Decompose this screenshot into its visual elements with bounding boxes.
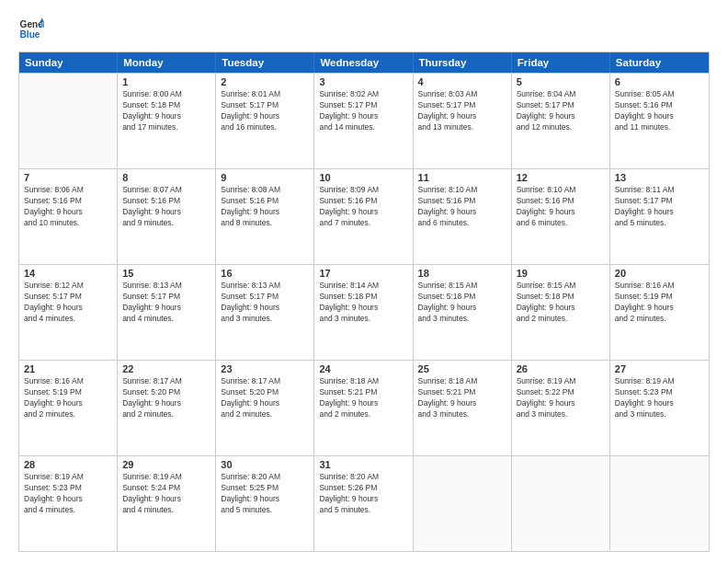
day-number: 22 <box>122 363 210 374</box>
page: General Blue SundayMondayTuesdayWednesda… <box>0 0 728 563</box>
day-info: Sunrise: 8:19 AM Sunset: 5:22 PM Dayligh… <box>517 376 605 420</box>
day-info: Sunrise: 8:17 AM Sunset: 5:20 PM Dayligh… <box>221 376 309 420</box>
calendar-cell <box>414 456 512 551</box>
day-number: 27 <box>615 363 704 374</box>
calendar-cell: 24Sunrise: 8:18 AM Sunset: 5:21 PM Dayli… <box>314 361 413 455</box>
calendar-cell: 7Sunrise: 8:06 AM Sunset: 5:16 PM Daylig… <box>19 169 118 264</box>
day-number: 23 <box>221 363 309 374</box>
day-number: 9 <box>221 172 309 183</box>
calendar-cell: 14Sunrise: 8:12 AM Sunset: 5:17 PM Dayli… <box>19 265 118 360</box>
day-info: Sunrise: 8:04 AM Sunset: 5:17 PM Dayligh… <box>517 89 605 133</box>
day-number: 28 <box>24 459 112 470</box>
calendar-cell <box>19 74 118 168</box>
day-info: Sunrise: 8:13 AM Sunset: 5:17 PM Dayligh… <box>122 281 210 325</box>
calendar-cell: 11Sunrise: 8:10 AM Sunset: 5:16 PM Dayli… <box>414 169 512 264</box>
calendar-cell: 10Sunrise: 8:09 AM Sunset: 5:16 PM Dayli… <box>314 169 413 264</box>
day-info: Sunrise: 8:18 AM Sunset: 5:21 PM Dayligh… <box>319 376 407 420</box>
day-number: 12 <box>517 172 605 183</box>
day-number: 25 <box>418 363 506 374</box>
day-info: Sunrise: 8:08 AM Sunset: 5:16 PM Dayligh… <box>221 185 309 229</box>
calendar-cell: 21Sunrise: 8:16 AM Sunset: 5:19 PM Dayli… <box>19 361 118 455</box>
logo: General Blue <box>18 17 44 42</box>
calendar-cell: 1Sunrise: 8:00 AM Sunset: 5:18 PM Daylig… <box>118 74 216 168</box>
header-day: Sunday <box>19 52 118 73</box>
calendar-cell: 23Sunrise: 8:17 AM Sunset: 5:20 PM Dayli… <box>216 361 314 455</box>
day-number: 31 <box>319 459 407 470</box>
day-number: 4 <box>418 76 506 87</box>
calendar-cell: 28Sunrise: 8:19 AM Sunset: 5:23 PM Dayli… <box>19 456 118 551</box>
day-info: Sunrise: 8:09 AM Sunset: 5:16 PM Dayligh… <box>319 185 407 229</box>
calendar-cell: 15Sunrise: 8:13 AM Sunset: 5:17 PM Dayli… <box>118 265 216 360</box>
calendar-cell: 29Sunrise: 8:19 AM Sunset: 5:24 PM Dayli… <box>118 456 216 551</box>
header-day: Tuesday <box>216 52 314 73</box>
day-info: Sunrise: 8:16 AM Sunset: 5:19 PM Dayligh… <box>615 281 704 325</box>
calendar-cell: 8Sunrise: 8:07 AM Sunset: 5:16 PM Daylig… <box>118 169 216 264</box>
day-info: Sunrise: 8:19 AM Sunset: 5:24 PM Dayligh… <box>122 472 210 516</box>
day-number: 16 <box>221 268 309 279</box>
day-info: Sunrise: 8:13 AM Sunset: 5:17 PM Dayligh… <box>221 281 309 325</box>
calendar-cell: 20Sunrise: 8:16 AM Sunset: 5:19 PM Dayli… <box>610 265 709 360</box>
day-number: 30 <box>221 459 309 470</box>
day-info: Sunrise: 8:20 AM Sunset: 5:26 PM Dayligh… <box>319 472 407 516</box>
day-info: Sunrise: 8:02 AM Sunset: 5:17 PM Dayligh… <box>319 89 407 133</box>
day-number: 5 <box>517 76 605 87</box>
calendar-cell: 27Sunrise: 8:19 AM Sunset: 5:23 PM Dayli… <box>610 361 709 455</box>
calendar-cell: 22Sunrise: 8:17 AM Sunset: 5:20 PM Dayli… <box>118 361 216 455</box>
day-info: Sunrise: 8:17 AM Sunset: 5:20 PM Dayligh… <box>122 376 210 420</box>
day-info: Sunrise: 8:15 AM Sunset: 5:18 PM Dayligh… <box>517 281 605 325</box>
calendar-cell: 26Sunrise: 8:19 AM Sunset: 5:22 PM Dayli… <box>512 361 610 455</box>
day-info: Sunrise: 8:15 AM Sunset: 5:18 PM Dayligh… <box>418 281 506 325</box>
day-number: 6 <box>615 76 704 87</box>
day-info: Sunrise: 8:18 AM Sunset: 5:21 PM Dayligh… <box>418 376 506 420</box>
day-number: 19 <box>517 268 605 279</box>
day-number: 20 <box>615 268 704 279</box>
day-number: 24 <box>319 363 407 374</box>
calendar-row: 14Sunrise: 8:12 AM Sunset: 5:17 PM Dayli… <box>19 264 709 360</box>
day-number: 2 <box>221 76 309 87</box>
calendar-cell: 31Sunrise: 8:20 AM Sunset: 5:26 PM Dayli… <box>314 456 413 551</box>
day-info: Sunrise: 8:05 AM Sunset: 5:16 PM Dayligh… <box>615 89 704 133</box>
day-number: 29 <box>122 459 210 470</box>
logo-icon: General Blue <box>18 17 44 42</box>
calendar-body: 1Sunrise: 8:00 AM Sunset: 5:18 PM Daylig… <box>19 73 709 551</box>
calendar-cell: 6Sunrise: 8:05 AM Sunset: 5:16 PM Daylig… <box>610 74 709 168</box>
day-number: 8 <box>122 172 210 183</box>
day-number: 13 <box>615 172 704 183</box>
calendar-cell <box>512 456 610 551</box>
day-number: 7 <box>24 172 112 183</box>
day-info: Sunrise: 8:10 AM Sunset: 5:16 PM Dayligh… <box>517 185 605 229</box>
calendar-row: 7Sunrise: 8:06 AM Sunset: 5:16 PM Daylig… <box>19 168 709 264</box>
header-day: Thursday <box>414 52 512 73</box>
day-info: Sunrise: 8:03 AM Sunset: 5:17 PM Dayligh… <box>418 89 506 133</box>
calendar-cell: 25Sunrise: 8:18 AM Sunset: 5:21 PM Dayli… <box>414 361 512 455</box>
day-number: 11 <box>418 172 506 183</box>
day-info: Sunrise: 8:10 AM Sunset: 5:16 PM Dayligh… <box>418 185 506 229</box>
calendar-cell <box>610 456 709 551</box>
calendar-cell: 12Sunrise: 8:10 AM Sunset: 5:16 PM Dayli… <box>512 169 610 264</box>
day-info: Sunrise: 8:20 AM Sunset: 5:25 PM Dayligh… <box>221 472 309 516</box>
header-day: Monday <box>118 52 216 73</box>
calendar-row: 28Sunrise: 8:19 AM Sunset: 5:23 PM Dayli… <box>19 455 709 551</box>
day-info: Sunrise: 8:11 AM Sunset: 5:17 PM Dayligh… <box>615 185 704 229</box>
header-day: Wednesday <box>314 52 413 73</box>
svg-text:Blue: Blue <box>20 29 40 40</box>
day-info: Sunrise: 8:07 AM Sunset: 5:16 PM Dayligh… <box>122 185 210 229</box>
day-number: 3 <box>319 76 407 87</box>
day-number: 10 <box>319 172 407 183</box>
day-number: 18 <box>418 268 506 279</box>
day-info: Sunrise: 8:12 AM Sunset: 5:17 PM Dayligh… <box>24 281 112 325</box>
calendar: SundayMondayTuesdayWednesdayThursdayFrid… <box>18 52 710 552</box>
calendar-row: 21Sunrise: 8:16 AM Sunset: 5:19 PM Dayli… <box>19 360 709 455</box>
day-info: Sunrise: 8:16 AM Sunset: 5:19 PM Dayligh… <box>24 376 112 420</box>
header: General Blue <box>18 17 710 42</box>
day-number: 26 <box>517 363 605 374</box>
day-info: Sunrise: 8:14 AM Sunset: 5:18 PM Dayligh… <box>319 281 407 325</box>
calendar-cell: 16Sunrise: 8:13 AM Sunset: 5:17 PM Dayli… <box>216 265 314 360</box>
day-info: Sunrise: 8:19 AM Sunset: 5:23 PM Dayligh… <box>24 472 112 516</box>
day-number: 14 <box>24 268 112 279</box>
day-info: Sunrise: 8:06 AM Sunset: 5:16 PM Dayligh… <box>24 185 112 229</box>
calendar-cell: 18Sunrise: 8:15 AM Sunset: 5:18 PM Dayli… <box>414 265 512 360</box>
calendar-cell: 17Sunrise: 8:14 AM Sunset: 5:18 PM Dayli… <box>314 265 413 360</box>
calendar-cell: 9Sunrise: 8:08 AM Sunset: 5:16 PM Daylig… <box>216 169 314 264</box>
calendar-cell: 5Sunrise: 8:04 AM Sunset: 5:17 PM Daylig… <box>512 74 610 168</box>
